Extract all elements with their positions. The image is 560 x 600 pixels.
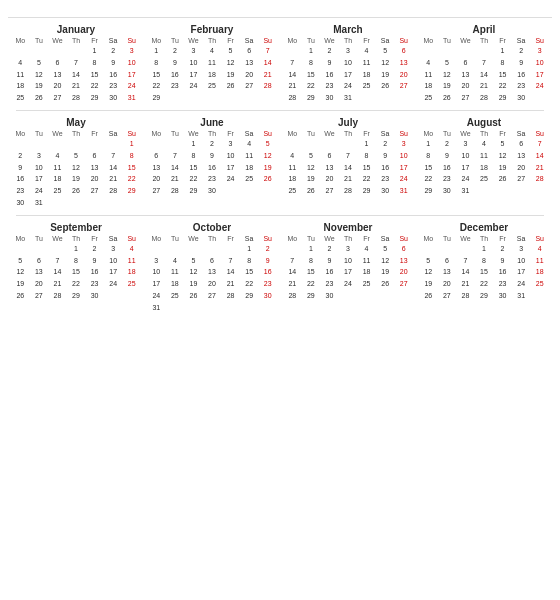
day-cell bbox=[203, 92, 222, 104]
day-cell: 28 bbox=[475, 92, 494, 104]
day-cell bbox=[11, 243, 30, 255]
day-cell: 11 bbox=[166, 266, 185, 278]
day-cell: 1 bbox=[302, 45, 321, 57]
day-cell: 13 bbox=[85, 162, 104, 174]
day-cell: 11 bbox=[357, 57, 376, 69]
day-cell: 10 bbox=[147, 266, 166, 278]
day-header-th: Th bbox=[67, 235, 86, 242]
day-cell: 20 bbox=[85, 173, 104, 185]
day-cell bbox=[376, 92, 395, 104]
day-cell: 31 bbox=[512, 290, 531, 302]
day-cell: 27 bbox=[240, 80, 259, 92]
day-cell bbox=[166, 302, 185, 314]
day-cell: 7 bbox=[67, 57, 86, 69]
day-cell: 14 bbox=[104, 162, 123, 174]
day-header-su: Su bbox=[258, 37, 277, 44]
day-cell: 27 bbox=[438, 290, 457, 302]
day-cell: 13 bbox=[394, 57, 413, 69]
day-cell: 22 bbox=[240, 278, 259, 290]
day-cell: 15 bbox=[475, 266, 494, 278]
day-cell: 5 bbox=[67, 150, 86, 162]
day-cell: 16 bbox=[376, 162, 395, 174]
day-cell: 30 bbox=[104, 92, 123, 104]
day-cell bbox=[147, 243, 166, 255]
day-cell: 12 bbox=[11, 266, 30, 278]
day-header-fr: Fr bbox=[493, 130, 512, 137]
day-cell: 20 bbox=[203, 278, 222, 290]
month-name: August bbox=[419, 117, 549, 128]
day-cell: 27 bbox=[203, 290, 222, 302]
day-cell bbox=[283, 45, 302, 57]
day-header-tu: Tu bbox=[30, 235, 49, 242]
day-cell: 6 bbox=[394, 45, 413, 57]
day-cell bbox=[85, 138, 104, 150]
day-cell bbox=[67, 45, 86, 57]
day-cell: 23 bbox=[376, 173, 395, 185]
day-cell: 4 bbox=[203, 45, 222, 57]
day-cell: 15 bbox=[302, 69, 321, 81]
day-cell: 22 bbox=[475, 278, 494, 290]
day-header-tu: Tu bbox=[438, 130, 457, 137]
day-cell: 18 bbox=[122, 266, 141, 278]
day-header-sa: Sa bbox=[512, 130, 531, 137]
day-cell: 23 bbox=[104, 80, 123, 92]
day-cell: 13 bbox=[438, 266, 457, 278]
day-header-fr: Fr bbox=[493, 37, 512, 44]
day-cell bbox=[394, 290, 413, 302]
day-cell: 28 bbox=[48, 290, 67, 302]
month-block-january: JanuaryMoTuWeThFrSaSu1234567891011121314… bbox=[8, 20, 144, 108]
day-cell bbox=[104, 197, 123, 209]
day-header-mo: Mo bbox=[11, 37, 30, 44]
day-cell: 14 bbox=[258, 57, 277, 69]
day-cell: 14 bbox=[48, 266, 67, 278]
day-cell: 22 bbox=[184, 173, 203, 185]
day-cell: 23 bbox=[85, 278, 104, 290]
day-cell: 21 bbox=[456, 278, 475, 290]
day-cell: 5 bbox=[376, 243, 395, 255]
day-header-we: We bbox=[48, 235, 67, 242]
day-cell: 31 bbox=[394, 185, 413, 197]
day-cell: 21 bbox=[339, 173, 358, 185]
day-cell: 3 bbox=[394, 138, 413, 150]
day-header-we: We bbox=[320, 37, 339, 44]
day-cell bbox=[456, 243, 475, 255]
day-cell: 18 bbox=[357, 69, 376, 81]
day-cell bbox=[339, 138, 358, 150]
day-cell: 24 bbox=[339, 278, 358, 290]
month-block-august: AugustMoTuWeThFrSaSu12345678910111213141… bbox=[416, 113, 552, 213]
day-cell: 11 bbox=[475, 150, 494, 162]
divider bbox=[16, 110, 544, 111]
day-cell: 26 bbox=[419, 290, 438, 302]
day-cell: 7 bbox=[104, 150, 123, 162]
day-cell: 29 bbox=[493, 92, 512, 104]
day-cell: 5 bbox=[258, 138, 277, 150]
day-cell: 1 bbox=[302, 243, 321, 255]
day-header-we: We bbox=[48, 37, 67, 44]
day-cell bbox=[67, 138, 86, 150]
day-header-th: Th bbox=[203, 235, 222, 242]
day-cell: 10 bbox=[530, 57, 549, 69]
day-cell: 1 bbox=[240, 243, 259, 255]
day-cell: 24 bbox=[122, 80, 141, 92]
day-cell: 26 bbox=[376, 80, 395, 92]
day-cell: 21 bbox=[283, 80, 302, 92]
day-cell: 7 bbox=[456, 255, 475, 267]
day-header-su: Su bbox=[394, 37, 413, 44]
day-header-mo: Mo bbox=[11, 235, 30, 242]
day-cell: 24 bbox=[184, 80, 203, 92]
day-header-th: Th bbox=[339, 235, 358, 242]
day-header-sa: Sa bbox=[240, 235, 259, 242]
day-cell bbox=[438, 243, 457, 255]
day-cell: 16 bbox=[85, 266, 104, 278]
day-cell: 24 bbox=[104, 278, 123, 290]
day-cell: 28 bbox=[456, 290, 475, 302]
month-block-june: JuneMoTuWeThFrSaSu1234567891011121314151… bbox=[144, 113, 280, 213]
day-cell: 22 bbox=[147, 80, 166, 92]
day-cell: 17 bbox=[221, 162, 240, 174]
weeks: 1234567891011121314151617181920212223242… bbox=[147, 138, 277, 197]
day-cell: 3 bbox=[221, 138, 240, 150]
day-cell: 8 bbox=[475, 255, 494, 267]
day-cell bbox=[203, 243, 222, 255]
weeks: 1234567891011121314151617181920212223242… bbox=[11, 45, 141, 104]
day-cell: 21 bbox=[258, 69, 277, 81]
